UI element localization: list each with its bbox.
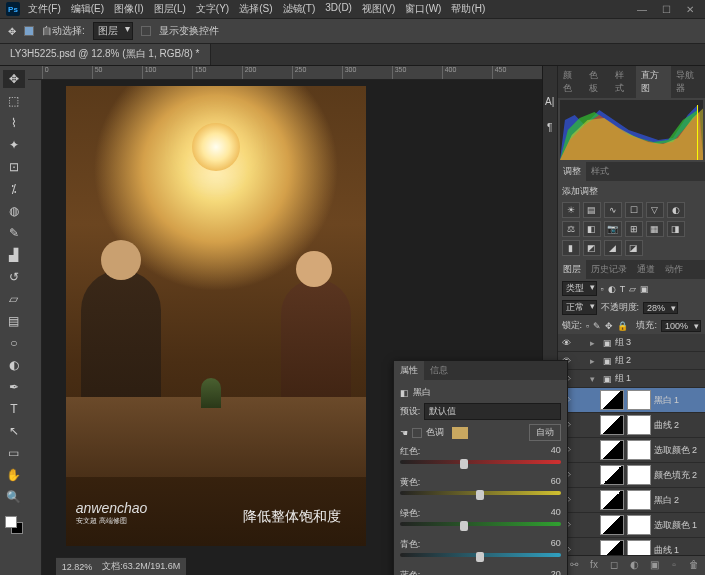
stamp-tool[interactable]: ▟	[3, 246, 25, 264]
char-panel-icon[interactable]: A|	[544, 96, 556, 108]
adj-mixer[interactable]: ⊞	[625, 221, 643, 237]
eraser-tool[interactable]: ▱	[3, 290, 25, 308]
path-tool[interactable]: ↖	[3, 422, 25, 440]
tab-channels[interactable]: 通道	[632, 260, 660, 279]
mask-thumb[interactable]	[627, 415, 651, 435]
preset-select[interactable]: 默认值	[424, 403, 560, 420]
opacity-value[interactable]: 28%	[643, 302, 678, 314]
wand-tool[interactable]: ✦	[3, 136, 25, 154]
history-brush-tool[interactable]: ↺	[3, 268, 25, 286]
type-tool[interactable]: T	[3, 400, 25, 418]
marquee-tool[interactable]: ⬚	[3, 92, 25, 110]
adj-curves[interactable]: ∿	[604, 202, 622, 218]
zoom-tool[interactable]: 🔍	[3, 488, 25, 506]
menu-window[interactable]: 窗口(W)	[405, 2, 441, 16]
fold-icon[interactable]: ▸	[590, 356, 600, 366]
adj-threshold[interactable]: ◩	[583, 240, 601, 256]
tint-swatch[interactable]	[452, 427, 468, 439]
new-layer-icon[interactable]: ▫	[667, 559, 681, 573]
blur-tool[interactable]: ○	[3, 334, 25, 352]
auto-select-mode[interactable]: 图层	[93, 22, 133, 40]
tab-styles[interactable]: 样式	[610, 66, 636, 98]
fx-icon[interactable]: fx	[587, 559, 601, 573]
layer-row[interactable]: 👁▸▣组 2	[558, 352, 705, 370]
heal-tool[interactable]: ◍	[3, 202, 25, 220]
layer-row[interactable]: 👁选取颜色 2	[558, 438, 705, 463]
layer-row[interactable]: 👁黑白 2	[558, 488, 705, 513]
tab-histogram[interactable]: 直方图	[636, 66, 670, 98]
layer-row[interactable]: 👁颜色填充 2	[558, 463, 705, 488]
adj-invert[interactable]: ◨	[667, 221, 685, 237]
adj-thumb[interactable]	[600, 465, 624, 485]
minimize-button[interactable]: —	[633, 2, 651, 16]
slider-value-0[interactable]: 40	[551, 445, 561, 458]
slider-value-1[interactable]: 60	[551, 476, 561, 489]
tab-history[interactable]: 历史记录	[586, 260, 632, 279]
layer-name[interactable]: 颜色填充 2	[654, 469, 698, 482]
filter-pixel-icon[interactable]: ▫	[601, 284, 604, 294]
slider-1[interactable]	[400, 491, 561, 499]
tint-hand-icon[interactable]: ☚	[400, 428, 408, 438]
dodge-tool[interactable]: ◐	[3, 356, 25, 374]
adj-lookup[interactable]: ▦	[646, 221, 664, 237]
mask-thumb[interactable]	[627, 390, 651, 410]
tint-checkbox[interactable]	[412, 428, 422, 438]
menu-filter[interactable]: 滤镜(T)	[283, 2, 316, 16]
crop-tool[interactable]: ⊡	[3, 158, 25, 176]
adj-exposure[interactable]: ☐	[625, 202, 643, 218]
link-layers-icon[interactable]: ⚯	[567, 559, 581, 573]
auto-button[interactable]: 自动	[529, 424, 561, 441]
brush-tool[interactable]: ✎	[3, 224, 25, 242]
para-panel-icon[interactable]: ¶	[544, 122, 556, 134]
lock-pixel-icon[interactable]: ✎	[593, 321, 601, 331]
tab-layers[interactable]: 图层	[558, 260, 586, 279]
shape-tool[interactable]: ▭	[3, 444, 25, 462]
adj-vibrance[interactable]: ▽	[646, 202, 664, 218]
close-button[interactable]: ✕	[681, 2, 699, 16]
slider-3[interactable]	[400, 553, 561, 561]
mask-thumb[interactable]	[627, 515, 651, 535]
blend-mode-select[interactable]: 正常	[562, 300, 597, 315]
color-swatch[interactable]	[5, 516, 23, 534]
tab-styles2[interactable]: 样式	[586, 162, 614, 181]
slider-value-2[interactable]: 40	[551, 507, 561, 520]
tab-actions[interactable]: 动作	[660, 260, 688, 279]
gradient-tool[interactable]: ▤	[3, 312, 25, 330]
adj-thumb[interactable]	[600, 415, 624, 435]
tab-navigator[interactable]: 导航器	[671, 66, 705, 98]
layer-row[interactable]: 👁选取颜色 1	[558, 513, 705, 538]
adj-thumb[interactable]	[600, 515, 624, 535]
filter-adj-icon[interactable]: ◐	[608, 284, 616, 294]
mask-thumb[interactable]	[627, 540, 651, 555]
layer-name[interactable]: 黑白 1	[654, 394, 680, 407]
slider-value-4[interactable]: 20	[551, 569, 561, 575]
menu-select[interactable]: 选择(S)	[239, 2, 272, 16]
layer-name[interactable]: 组 1	[615, 372, 632, 385]
menu-type[interactable]: 文字(Y)	[196, 2, 229, 16]
mask-thumb[interactable]	[627, 490, 651, 510]
adj-photo[interactable]: 📷	[604, 221, 622, 237]
menu-help[interactable]: 帮助(H)	[451, 2, 485, 16]
adj-levels[interactable]: ▤	[583, 202, 601, 218]
layer-row[interactable]: 👁▾▣组 1	[558, 370, 705, 388]
lock-trans-icon[interactable]: ▫	[586, 321, 589, 331]
layer-name[interactable]: 组 3	[615, 336, 632, 349]
tab-adjustments[interactable]: 调整	[558, 162, 586, 181]
adj-thumb[interactable]	[600, 440, 624, 460]
new-group-icon[interactable]: ▣	[647, 559, 661, 573]
document[interactable]: anwenchao 安文超 高端修图 降低整体饱和度	[66, 86, 366, 546]
move-tool[interactable]: ✥	[3, 70, 25, 88]
new-adj-icon[interactable]: ◐	[627, 559, 641, 573]
show-transform-checkbox[interactable]	[141, 26, 151, 36]
hand-tool[interactable]: ✋	[3, 466, 25, 484]
layer-name[interactable]: 选取颜色 1	[654, 519, 698, 532]
adj-poster[interactable]: ▮	[562, 240, 580, 256]
slider-2[interactable]	[400, 522, 561, 530]
tab-properties[interactable]: 属性	[394, 361, 424, 380]
adj-bw[interactable]: ◧	[583, 221, 601, 237]
adj-gradient[interactable]: ◢	[604, 240, 622, 256]
menu-image[interactable]: 图像(I)	[114, 2, 143, 16]
fill-value[interactable]: 100%	[661, 320, 701, 332]
zoom-level[interactable]: 12.82%	[62, 562, 93, 572]
lock-pos-icon[interactable]: ✥	[605, 321, 613, 331]
